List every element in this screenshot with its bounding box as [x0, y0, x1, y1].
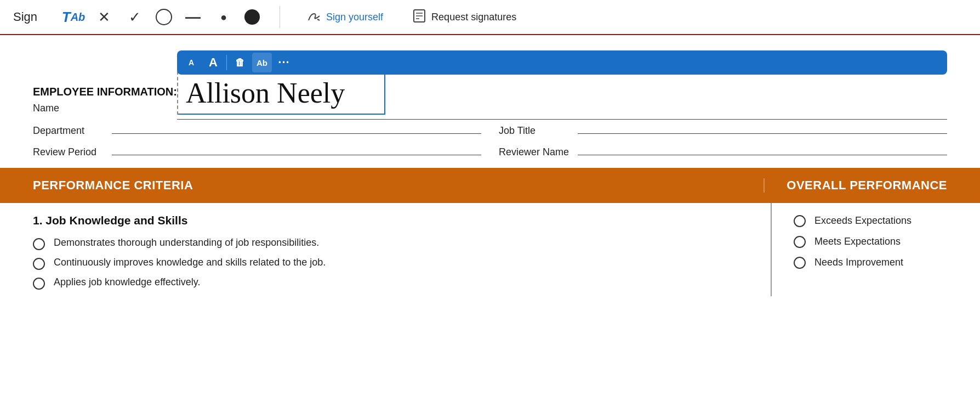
- overall-performance-column: Exceeds Expectations Meets Expectations …: [772, 203, 947, 296]
- request-signatures-label: Request signatures: [431, 12, 516, 23]
- ab-format-button[interactable]: Ab: [252, 53, 272, 72]
- cross-tool-icon[interactable]: ✕: [94, 7, 114, 27]
- review-period-field: Review Period: [33, 146, 481, 158]
- more-options-button[interactable]: ···: [274, 53, 294, 72]
- name-label-area: EMPLOYEE INFORMATION: Name: [33, 50, 177, 114]
- overall-performance-header: OVERALL PERFORMANCE: [764, 178, 947, 193]
- tools-group: TAb ✕ ✓ — ● Sign yourself: [64, 5, 967, 30]
- review-period-line: [112, 155, 481, 155]
- document-area: EMPLOYEE INFORMATION: Name A A 🗑 Ab ···: [0, 35, 980, 296]
- dash-tool-icon[interactable]: —: [183, 7, 203, 27]
- overall-item-1: Exceeds Expectations: [794, 214, 947, 227]
- review-period-reviewer-row: Review Period Reviewer Name: [33, 146, 947, 158]
- overall-radio-3[interactable]: [794, 257, 806, 269]
- increase-font-button[interactable]: A: [203, 53, 223, 72]
- section-header: EMPLOYEE INFORMATION:: [33, 86, 177, 98]
- content-section: 1. Job Knowledge and Skills Demonstrates…: [0, 203, 980, 296]
- department-label: Department: [33, 125, 110, 137]
- reviewer-name-line: [578, 155, 947, 155]
- dot-tool-icon[interactable]: ●: [214, 7, 233, 27]
- job-knowledge-title: 1. Job Knowledge and Skills: [33, 214, 754, 227]
- criteria-item-3: Applies job knowledge effectively.: [33, 276, 754, 290]
- overall-item-2: Meets Expectations: [794, 235, 947, 248]
- toolbar-divider: [280, 6, 280, 28]
- float-toolbar-divider: [226, 55, 227, 70]
- radio-1[interactable]: [33, 238, 45, 250]
- request-signatures-icon: [412, 8, 427, 26]
- request-signatures-button[interactable]: Request signatures: [405, 5, 523, 30]
- criteria-text-3: Applies job knowledge effectively.: [54, 276, 201, 288]
- job-title-label: Job Title: [499, 125, 576, 137]
- overall-performance-title: OVERALL PERFORMANCE: [787, 178, 947, 192]
- reviewer-name-label: Reviewer Name: [499, 146, 576, 158]
- department-field: Department: [33, 125, 481, 137]
- name-value[interactable]: Allison Neely: [186, 77, 345, 109]
- toolbar: Sign TAb ✕ ✓ — ● Sign yourself: [0, 0, 980, 35]
- delete-text-button[interactable]: 🗑: [230, 53, 250, 72]
- overall-radio-1[interactable]: [794, 215, 806, 227]
- reviewer-name-field: Reviewer Name: [499, 146, 947, 158]
- overall-radio-2[interactable]: [794, 236, 806, 248]
- review-period-label: Review Period: [33, 146, 110, 158]
- overall-text-2: Meets Expectations: [814, 236, 901, 247]
- name-input-wrapper: Allison Neely: [177, 71, 947, 115]
- text-tool-icon[interactable]: TAb: [64, 7, 83, 27]
- overall-text-3: Needs Improvement: [814, 257, 903, 268]
- criteria-text-2: Continuously improves knowledge and skil…: [54, 257, 326, 268]
- criteria-column: 1. Job Knowledge and Skills Demonstrates…: [33, 203, 772, 296]
- overall-text-1: Exceeds Expectations: [814, 215, 911, 227]
- criteria-text-1: Demonstrates thorough understanding of j…: [54, 237, 319, 249]
- radio-3[interactable]: [33, 278, 45, 290]
- sign-yourself-button[interactable]: Sign yourself: [300, 5, 390, 30]
- criteria-item-2: Continuously improves knowledge and skil…: [33, 257, 754, 270]
- performance-header-bar: PERFORMANCE CRITERIA OVERALL PERFORMANCE: [0, 168, 980, 203]
- employee-info-section: EMPLOYEE INFORMATION: Name A A 🗑 Ab ···: [33, 50, 947, 158]
- filled-circle-tool-icon[interactable]: [244, 9, 260, 25]
- department-jobtitle-row: Department Job Title: [33, 125, 947, 137]
- decrease-font-button[interactable]: A: [181, 53, 201, 72]
- floating-text-toolbar: A A 🗑 Ab ···: [177, 50, 947, 75]
- job-title-line: [578, 133, 947, 134]
- overall-item-3: Needs Improvement: [794, 256, 947, 269]
- job-title-field: Job Title: [499, 125, 947, 137]
- performance-criteria-title: PERFORMANCE CRITERIA: [33, 178, 193, 192]
- name-label: Name: [33, 103, 59, 114]
- sign-label: Sign: [13, 10, 37, 24]
- radio-2[interactable]: [33, 258, 45, 270]
- performance-criteria-header: PERFORMANCE CRITERIA: [33, 178, 764, 193]
- circle-tool-icon[interactable]: [156, 9, 172, 25]
- sign-yourself-label: Sign yourself: [326, 12, 383, 23]
- check-tool-icon[interactable]: ✓: [125, 7, 145, 27]
- criteria-item-1: Demonstrates thorough understanding of j…: [33, 237, 754, 250]
- sign-yourself-icon: [306, 8, 322, 26]
- department-line: [112, 133, 481, 134]
